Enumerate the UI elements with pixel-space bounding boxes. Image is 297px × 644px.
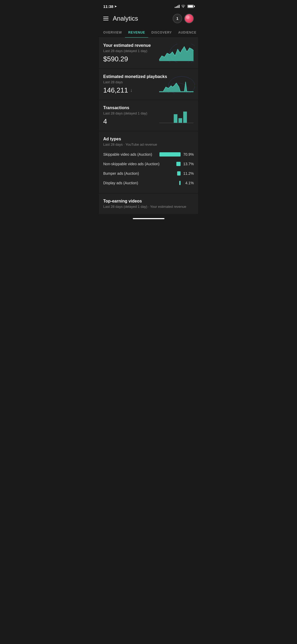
header: Analytics 1 [99,12,198,27]
ad-row-skippable: Skippable video ads (Auction) 70.9% [103,150,194,159]
location-icon: ➤ [114,5,117,8]
wifi-icon [181,4,185,8]
avatar[interactable] [184,14,194,23]
ad-bar-fill-skippable [159,152,181,157]
transactions-card: Transactions Last 28 days (delayed 1 day… [99,100,198,131]
notification-count: 1 [176,16,178,21]
notification-button[interactable]: 1 [173,14,182,23]
ad-label-display: Display ads (Auction) [103,181,179,185]
tab-discovery[interactable]: DISCOVERY [148,27,175,38]
svg-rect-6 [178,118,182,123]
home-indicator-area [99,214,198,224]
header-left: Analytics [103,15,138,22]
status-bar: 11:38 ➤ [99,0,198,12]
ad-percent-skippable: 70.9% [183,152,194,157]
ad-bar-fill-display [179,181,181,185]
tab-revenue[interactable]: REVENUE [125,27,148,38]
ad-types-card: Ad types Last 28 days · YouTube ad reven… [99,131,198,193]
battery-icon [187,5,194,8]
ad-percent-display: 4.1% [183,181,194,185]
ad-row-display: Display ads (Auction) 4.1% [103,178,194,188]
trend-down-icon: ↓ [130,88,133,93]
ad-bar-bumper: 11.2% [177,171,194,176]
monetized-playbacks-card: Estimated monetized playbacks Last 28 da… [99,69,198,100]
menu-line [103,20,109,20]
home-indicator [133,218,164,219]
ad-types-title: Ad types [103,137,194,141]
ad-types-subtitle: Last 28 days · YouTube ad revenue [103,142,194,146]
ad-bar-display: 4.1% [179,181,194,185]
ad-percent-nonskippable: 13.7% [183,162,194,166]
revenue-chart [158,44,195,62]
estimated-revenue-card: Your estimated revenue Last 28 days (del… [99,38,198,68]
ad-percent-bumper: 11.2% [183,171,194,176]
ad-label-bumper: Bumper ads (Auction) [103,171,177,176]
playbacks-value: 146,211 [103,86,128,94]
menu-button[interactable] [103,17,109,20]
signal-icon [175,5,180,8]
ad-bar-fill-nonskippable [176,162,181,166]
menu-line [103,18,109,19]
ad-label-skippable: Skippable video ads (Auction) [103,152,159,157]
ad-label-nonskippable: Non-skippable video ads (Auction) [103,162,176,166]
status-icons [175,4,194,8]
top-earning-card: Top-earning videos Last 28 days (delayed… [99,194,198,214]
tab-overview[interactable]: OVERVIEW [100,27,125,38]
ad-bar-fill-bumper [177,171,181,176]
tab-bar: OVERVIEW REVENUE DISCOVERY AUDIENCE [99,27,198,38]
top-earning-title: Top-earning videos [103,199,194,204]
ad-bar-nonskippable: 13.7% [176,162,194,166]
playbacks-chart [158,75,195,94]
ad-row-bumper: Bumper ads (Auction) 11.2% [103,169,194,178]
ad-bar-skippable: 70.9% [159,152,194,157]
menu-line [103,17,109,17]
ad-row-nonskippable: Non-skippable video ads (Auction) 13.7% [103,159,194,169]
transactions-chart [158,106,195,125]
status-time: 11:38 ➤ [103,4,117,9]
tab-audience[interactable]: AUDIENCE [175,27,198,38]
svg-rect-7 [183,112,187,123]
page-title: Analytics [113,15,138,22]
svg-rect-5 [174,114,177,123]
top-earning-subtitle: Last 28 days (delayed 1 day) · Your esti… [103,205,194,209]
header-right: 1 [173,14,194,23]
time-display: 11:38 [103,4,113,9]
